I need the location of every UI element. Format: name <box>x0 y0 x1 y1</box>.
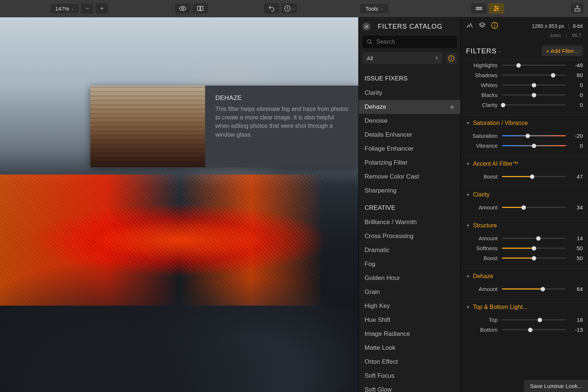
catalog-item[interactable]: Soft Glow <box>359 383 460 392</box>
slider-row: Saturation-20 <box>466 131 583 141</box>
filters-dropdown[interactable]: FILTERS⌄ <box>466 47 502 55</box>
slider-thumb[interactable] <box>532 83 536 87</box>
filter-group-header[interactable]: ▼Accent AI Filter™ <box>461 156 588 172</box>
star-icon[interactable]: ★ <box>449 104 455 111</box>
catalog-item[interactable]: Fog <box>359 257 460 271</box>
tooltip-description: This filter helps eliminate fog and haze… <box>215 105 348 139</box>
svg-point-20 <box>451 57 452 57</box>
catalog-title: FILTERS CATALOG <box>378 23 442 30</box>
slider-track[interactable] <box>502 65 566 66</box>
triangle-down-icon: ▼ <box>466 223 470 228</box>
image-canvas[interactable]: DEHAZE This filter helps eliminate fog a… <box>0 17 358 392</box>
slider-track[interactable] <box>502 258 566 259</box>
catalog-item[interactable]: Foliage Enhancer <box>359 142 460 156</box>
catalog-item[interactable]: Dramatic <box>359 243 460 257</box>
slider-value: 64 <box>570 286 583 292</box>
zoom-level[interactable]: 147%⌄ <box>51 4 79 13</box>
slider-thumb[interactable] <box>530 175 534 179</box>
slider-track[interactable] <box>502 238 566 239</box>
catalog-item[interactable]: Sharpening <box>359 184 460 198</box>
svg-point-23 <box>495 24 495 24</box>
slider-thumb[interactable] <box>516 63 521 68</box>
slider-track[interactable] <box>502 104 566 105</box>
slider-track[interactable] <box>502 248 566 249</box>
slider-thumb[interactable] <box>532 246 536 251</box>
slider-thumb[interactable] <box>536 236 541 241</box>
layers-button[interactable] <box>478 22 486 30</box>
svg-point-10 <box>495 6 496 7</box>
save-look-button[interactable]: Save Luminar Look... <box>524 380 588 392</box>
slider-track[interactable] <box>502 288 566 289</box>
catalog-item[interactable]: Dehaze★ <box>359 100 460 114</box>
slider-row: Vibrance0 <box>466 141 583 151</box>
catalog-item[interactable]: Cross Processing <box>359 229 460 243</box>
catalog-item[interactable]: Polarizing Filter <box>359 156 460 170</box>
slider-value: 0 <box>570 82 583 88</box>
search-box[interactable] <box>362 36 457 48</box>
compare-button[interactable] <box>193 3 208 14</box>
catalog-item[interactable]: Soft Focus <box>359 369 460 383</box>
close-catalog-button[interactable] <box>362 22 370 30</box>
slider-value: 0 <box>570 102 583 108</box>
catalog-item[interactable]: Clarity <box>359 86 460 100</box>
zoom-in-button[interactable]: + <box>96 3 108 14</box>
slider-thumb[interactable] <box>526 134 530 138</box>
tools-menu[interactable]: Tools⌄ <box>360 4 388 13</box>
filter-group-header[interactable]: ▼Saturation / Vibrance <box>461 115 588 131</box>
catalog-item[interactable]: Hue Shift <box>359 313 460 327</box>
share-icon <box>574 5 581 12</box>
catalog-item[interactable]: Denoise <box>359 114 460 128</box>
catalog-item[interactable]: Orton Effect <box>359 355 460 369</box>
history-button[interactable]: ⌄ <box>282 3 297 14</box>
slider-row: Boost47 <box>466 172 583 181</box>
search-icon <box>367 39 373 45</box>
filter-group-header[interactable]: ▼Top & Bottom Light... <box>461 299 588 315</box>
category-dropdown[interactable]: All ⇅ <box>362 53 443 64</box>
catalog-item[interactable]: Grain <box>359 285 460 299</box>
catalog-item[interactable]: Golden Hour <box>359 271 460 285</box>
slider-row: Softness50 <box>466 243 583 253</box>
catalog-item[interactable]: High Key <box>359 299 460 313</box>
slider-track[interactable] <box>502 319 566 320</box>
filter-group-header[interactable]: ▼Clarity <box>461 187 588 202</box>
slider-thumb[interactable] <box>532 256 536 260</box>
histogram-button[interactable] <box>466 22 473 30</box>
slider-thumb[interactable] <box>538 318 542 322</box>
slider-value: -13 <box>570 327 583 333</box>
add-filter-button[interactable]: + Add Filter... <box>542 46 583 56</box>
filter-group-header[interactable]: ▼Dehaze <box>461 269 588 284</box>
undo-button[interactable] <box>264 3 279 14</box>
filters-view-button[interactable] <box>489 3 504 14</box>
slider-track[interactable] <box>502 145 566 146</box>
catalog-item[interactable]: Remove Color Cast <box>359 170 460 184</box>
slider-track[interactable] <box>502 329 566 330</box>
slider-thumb[interactable] <box>541 287 545 291</box>
presets-view-button[interactable] <box>471 3 487 14</box>
slider-track[interactable] <box>502 176 566 177</box>
slider-track[interactable] <box>502 84 566 86</box>
slider-thumb[interactable] <box>532 144 536 148</box>
preview-toggle-button[interactable] <box>175 3 190 14</box>
search-input[interactable] <box>376 39 452 45</box>
zoom-out-button[interactable]: − <box>81 3 93 14</box>
slider-thumb[interactable] <box>532 93 536 97</box>
info-button[interactable] <box>446 53 457 64</box>
warning-button[interactable] <box>491 22 498 30</box>
catalog-item[interactable]: Brilliance / Warmth <box>359 215 460 229</box>
catalog-item[interactable]: Image Radiance <box>359 327 460 341</box>
slider-track[interactable] <box>502 207 566 208</box>
slider-thumb[interactable] <box>551 73 555 78</box>
slider-row: Highlights-49 <box>466 60 583 70</box>
slider-thumb[interactable] <box>528 328 533 332</box>
slider-track[interactable] <box>502 94 566 96</box>
slider-value: 60 <box>570 72 583 78</box>
share-button[interactable] <box>571 3 584 14</box>
catalog-item[interactable]: Details Enhancer <box>359 128 460 142</box>
slider-track[interactable] <box>502 75 566 76</box>
filter-group-header[interactable]: ▼Structure <box>461 218 588 233</box>
slider-label: Blacks <box>466 92 498 98</box>
slider-track[interactable] <box>502 135 566 136</box>
slider-thumb[interactable] <box>521 205 526 210</box>
catalog-item[interactable]: Matte Look <box>359 341 460 355</box>
slider-thumb[interactable] <box>501 103 505 107</box>
